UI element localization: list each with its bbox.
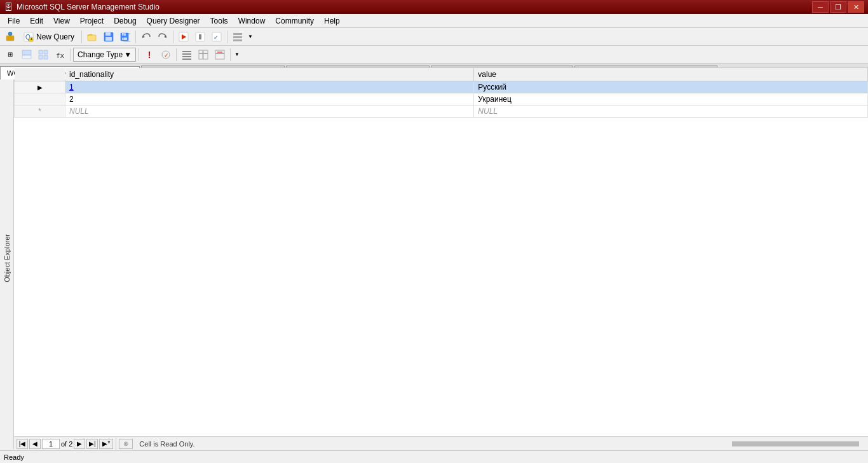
tb2-sep2 [139, 48, 139, 61]
menu-file[interactable]: File [3, 14, 25, 27]
nav-sep [116, 438, 116, 450]
row-indicator-cell [15, 93, 65, 106]
save-all-btn[interactable] [118, 30, 133, 44]
tb2-dropdown-btn[interactable]: ▼ [233, 48, 241, 62]
cell-id-nationality[interactable]: NULL [65, 106, 474, 118]
menu-community[interactable]: Community [270, 14, 319, 27]
open-btn[interactable] [85, 30, 100, 44]
menu-window[interactable]: Window [233, 14, 271, 27]
verify-sql-btn[interactable]: ✓ [158, 48, 173, 62]
svg-rect-6 [88, 35, 96, 41]
nav-first-btn[interactable]: |◀ [17, 439, 28, 449]
tb2-sep1 [70, 48, 71, 61]
tb2-btn4[interactable]: fx [52, 48, 67, 62]
menu-help[interactable]: Help [319, 14, 345, 27]
id-value: 1 [69, 83, 74, 92]
table-body: ▶1Русский2Украинец*NULLNULL [15, 81, 868, 118]
tb2-btn3[interactable] [36, 48, 51, 62]
svg-rect-8 [105, 32, 111, 36]
horizontal-scrollbar[interactable] [732, 441, 859, 446]
new-query-label: New Query [36, 32, 74, 41]
svg-text:✓: ✓ [214, 34, 219, 41]
group-by-btn[interactable] [179, 48, 194, 62]
svg-rect-42 [215, 53, 224, 54]
cell-id-nationality[interactable]: 2 [65, 93, 474, 106]
separator1 [81, 31, 82, 43]
svg-rect-11 [122, 33, 126, 36]
menu-tools[interactable]: Tools [205, 14, 233, 27]
cell-id-nationality[interactable]: 1 [65, 81, 474, 93]
separator2 [135, 31, 136, 43]
cell-value[interactable]: Украинец [474, 93, 868, 106]
app-icon: 🗄 [4, 2, 13, 12]
col-header-id-nationality[interactable]: id_nationality [65, 68, 474, 81]
null-value: NULL [69, 107, 89, 116]
cell-value[interactable]: NULL [474, 106, 868, 118]
menu-edit[interactable]: Edit [25, 14, 48, 27]
cancel-btn[interactable] [193, 30, 208, 44]
data-grid-container[interactable]: id_nationality value ▶1Русский2Украинец*… [14, 67, 868, 449]
menu-debug[interactable]: Debug [109, 14, 141, 27]
row-indicator-header [15, 68, 65, 81]
separator3 [173, 31, 173, 43]
change-type-button[interactable]: Change Type ▼ [73, 48, 136, 62]
svg-text:+: + [30, 36, 33, 42]
svg-point-1 [8, 32, 12, 36]
svg-rect-27 [39, 50, 43, 54]
title-bar: 🗄 Microsoft SQL Server Management Studio… [0, 0, 868, 14]
nav-prev-btn[interactable]: ◀ [29, 439, 41, 449]
current-page-input[interactable] [42, 439, 60, 449]
nav-last-btn[interactable]: ▶| [86, 439, 98, 449]
svg-rect-34 [182, 51, 191, 52]
svg-rect-23 [233, 36, 242, 38]
toolbar2: ⊞ fx Change Type ▼ ! ✓ ▼ [0, 46, 868, 64]
dropdown-arrow-btn[interactable]: ▼ [247, 30, 254, 44]
object-explorer-label[interactable]: Object Explorer [3, 234, 11, 282]
svg-rect-38 [199, 50, 203, 59]
svg-text:fx: fx [56, 52, 65, 60]
svg-rect-40 [199, 53, 208, 54]
tb2-btn2[interactable] [19, 48, 34, 62]
total-pages-label: of 2 [61, 440, 72, 448]
menu-project[interactable]: Project [75, 14, 109, 27]
parse-btn[interactable]: ✓ [209, 30, 224, 44]
save-btn[interactable] [101, 30, 116, 44]
app-status-bar: Ready [0, 450, 868, 463]
table-row[interactable]: 2Украинец [15, 93, 868, 106]
close-button[interactable]: ✕ [848, 1, 864, 13]
nav-delete-btn[interactable]: ⊗ [119, 439, 133, 449]
change-type-label: Change Type [78, 50, 123, 59]
tb2-btn1[interactable]: ⊞ [3, 48, 18, 62]
nav-next-btn[interactable]: ▶ [74, 439, 85, 449]
minimize-button[interactable]: ─ [812, 1, 829, 13]
col-header-value[interactable]: value [474, 68, 868, 81]
nav-new-btn[interactable]: ▶* [99, 439, 113, 449]
display-mode-btn[interactable] [230, 30, 245, 44]
menu-query-designer[interactable]: Query Designer [142, 14, 205, 27]
app-title: Microsoft SQL Server Management Studio [17, 3, 159, 11]
tb2-sep4 [230, 48, 231, 61]
cell-value[interactable]: Русский [474, 81, 868, 93]
svg-rect-41 [215, 50, 224, 59]
toolbar-connect-btn[interactable] [3, 30, 18, 44]
execute-btn[interactable] [176, 30, 191, 44]
undo-btn[interactable] [139, 30, 154, 44]
svg-rect-19 [199, 34, 201, 39]
main-area: id_nationality value ▶1Русский2Украинец*… [14, 67, 868, 449]
separator4 [227, 31, 227, 43]
restore-button[interactable]: ❐ [830, 1, 846, 13]
add-table-btn[interactable] [196, 48, 211, 62]
null-value: NULL [478, 107, 498, 116]
redo-btn[interactable] [155, 30, 170, 44]
svg-rect-39 [203, 50, 208, 59]
menu-view[interactable]: View [48, 14, 75, 27]
remove-table-btn[interactable] [212, 48, 227, 62]
pane-status-bar: |◀ ◀ of 2 ▶ ▶| ▶* ⊗ Cell is Read Only. [14, 436, 868, 450]
run-btn[interactable]: ! [142, 48, 157, 62]
svg-rect-37 [182, 59, 191, 60]
table-row[interactable]: *NULLNULL [15, 106, 868, 118]
new-query-button[interactable]: Q+ New Query [19, 30, 79, 44]
status-text: Cell is Read Only. [139, 440, 194, 448]
table-row[interactable]: ▶1Русский [15, 81, 868, 93]
data-grid: id_nationality value ▶1Русский2Украинец*… [14, 67, 868, 118]
